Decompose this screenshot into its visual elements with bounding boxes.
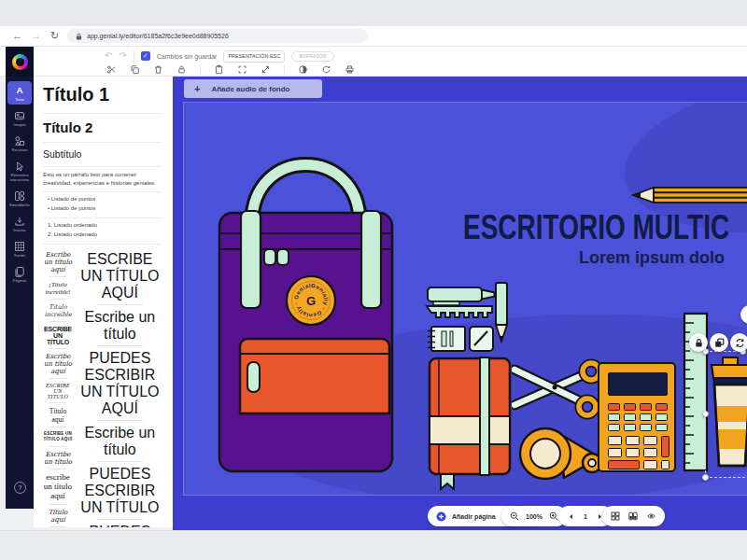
- preview-eye-icon[interactable]: [646, 511, 656, 521]
- cut-icon[interactable]: [106, 64, 117, 75]
- order-element-button[interactable]: [710, 333, 728, 352]
- add-page-label[interactable]: Añadir página: [452, 513, 496, 520]
- text-style-preset[interactable]: PUEDES ESCRIBIR UN TÍTULO: [78, 464, 162, 521]
- calculator-graphic[interactable]: [598, 362, 676, 472]
- sidebar-item-insertar[interactable]: Insertar: [7, 212, 32, 235]
- text-style-preset[interactable]: Escribe un título: [78, 307, 162, 347]
- text-style-preset[interactable]: ESCRIBE UN TÍTULO AQUÍ: [43, 429, 73, 448]
- autosave-checkbox[interactable]: ✓: [141, 51, 150, 61]
- text-style-grid: Escribe un título aquí¡Título increíble!…: [43, 245, 161, 527]
- marker-graphic: [428, 287, 482, 301]
- slide-title-text[interactable]: ESCRITORIO MULTIC: [463, 207, 729, 246]
- text-style-preset[interactable]: Escribe un título: [43, 449, 73, 470]
- text-style-preset[interactable]: Título aquí: [43, 507, 73, 527]
- text-style-label: ESCRIBE UN TÍTULO: [43, 383, 73, 399]
- text-style-preset[interactable]: ESCRIBE UN TÍTULO: [43, 324, 73, 350]
- selection-box[interactable]: [705, 351, 747, 478]
- duplicate-icon[interactable]: [130, 64, 140, 75]
- ruler-small-graphic: [427, 306, 492, 317]
- pages-icon: [14, 266, 25, 277]
- selection-handle-bottom-left[interactable]: [702, 474, 709, 481]
- bullet-list-item[interactable]: Listado de puntos: [43, 204, 161, 214]
- sidebar-item-paginas[interactable]: Páginas: [7, 262, 32, 286]
- badge-letter: G: [306, 294, 316, 308]
- project-title-input[interactable]: [223, 50, 285, 63]
- undo-icon[interactable]: ↶: [105, 51, 112, 61]
- browser-refresh-icon[interactable]: ↻: [49, 31, 61, 41]
- sidebar-item-elementos-interactivos[interactable]: Elementos interactivos: [7, 157, 32, 185]
- preset-title2[interactable]: Título 2: [43, 114, 161, 143]
- preset-subtitle[interactable]: Subtítulo: [43, 143, 161, 167]
- more-options-button[interactable]: [740, 305, 747, 324]
- pencil-graphic[interactable]: [631, 185, 747, 205]
- view-options-pill: [602, 506, 665, 526]
- resize-icon[interactable]: [261, 64, 271, 75]
- help-button[interactable]: ?: [14, 482, 26, 494]
- sidebar-item-imagen[interactable]: Imagen: [7, 106, 32, 130]
- text-style-preset[interactable]: ¡Título increíble!: [43, 279, 73, 301]
- editor-canvas[interactable]: + Añade audio de fondo ESCRITORIO MULTIC…: [173, 77, 747, 530]
- scissors-graphic[interactable]: [512, 357, 611, 427]
- ordered-list-item[interactable]: 2. Listado ordenado: [43, 231, 161, 240]
- preset-paragraph[interactable]: Esto es un párrafo listo para contener c…: [43, 167, 161, 192]
- tape-dispenser-graphic[interactable]: [512, 422, 605, 485]
- text-style-preset[interactable]: Escribe un título aquí: [43, 351, 73, 380]
- url-text: app.genial.ly/editor/6185a2f6c3e9ee0d889…: [87, 33, 229, 39]
- desktop-bottom-margin: [0, 530, 747, 560]
- text-style-preset[interactable]: PUEDES ESCRIBIR UN TÍTULO: [78, 522, 162, 527]
- genially-logo-icon: [12, 54, 28, 70]
- sidebar-item-smartblocks[interactable]: Smartblocks: [7, 187, 32, 210]
- add-page-plus-icon[interactable]: [436, 511, 446, 522]
- stationery-cluster-graphic[interactable]: [420, 278, 514, 357]
- text-style-preset[interactable]: Escribe un título aquí: [43, 249, 73, 278]
- text-style-label: ESCRIBE UN TÍTULO AQUÍ: [78, 251, 162, 301]
- text-style-preset[interactable]: ESCRIBE UN TÍTULO: [43, 381, 73, 404]
- text-style-preset[interactable]: PUEDES ESCRIBIR UN TÍTULO AQUÍ: [78, 348, 162, 422]
- browser-back-icon[interactable]: ←: [11, 31, 23, 41]
- genially-logo[interactable]: [6, 47, 34, 77]
- grid-view-icon[interactable]: [611, 511, 620, 521]
- text-style-preset[interactable]: escribe un título aquí: [43, 471, 73, 506]
- previous-page-icon[interactable]: [567, 512, 575, 521]
- lock-icon[interactable]: [176, 64, 187, 75]
- delete-icon[interactable]: [153, 64, 163, 75]
- selection-handle-mid-left[interactable]: [702, 411, 709, 417]
- text-style-label: ¡Título increíble!: [43, 281, 73, 296]
- preset-title1[interactable]: Título 1: [43, 82, 161, 114]
- genially-editor-screenshot: ← → ↻ app.genial.ly/editor/6185a2f6c3e9e…: [0, 0, 747, 560]
- sidebar-item-fondo[interactable]: Fondo: [7, 237, 32, 260]
- rotate-icon[interactable]: [321, 64, 331, 75]
- slide[interactable]: ESCRITORIO MULTIC Lorem ipsum dolo: [184, 103, 747, 495]
- redo-icon[interactable]: ↷: [119, 51, 126, 61]
- sidebar-item-texto[interactable]: A Texto: [7, 81, 32, 105]
- sidebar-item-recursos[interactable]: Recursos: [7, 132, 32, 155]
- address-bar[interactable]: app.genial.ly/editor/6185a2f6c3e9ee0d889…: [67, 29, 368, 43]
- current-page-number[interactable]: 1: [584, 513, 587, 520]
- draft-status-badge[interactable]: BORRADOR: [291, 51, 333, 62]
- zoom-out-icon[interactable]: [510, 511, 519, 521]
- add-audio-button[interactable]: + Añade audio de fondo: [184, 79, 322, 98]
- notebook-graphic[interactable]: [428, 357, 514, 493]
- fullscreen-icon[interactable]: [237, 64, 247, 75]
- pages-view-icon[interactable]: [628, 511, 638, 521]
- print-icon[interactable]: [345, 64, 355, 75]
- zoom-in-icon[interactable]: [549, 511, 558, 521]
- contrast-icon[interactable]: [298, 64, 308, 75]
- bullet-list-item[interactable]: Listado de puntos: [43, 195, 161, 204]
- preset-bullet-list: Listado de puntosListado de puntos: [43, 192, 161, 218]
- text-style-label: Título increíble: [43, 303, 73, 318]
- text-style-label: Título aquí: [43, 407, 73, 424]
- backpack-graphic[interactable]: Genially · Genially · Genially G: [210, 129, 402, 481]
- browser-forward-icon[interactable]: →: [30, 31, 42, 41]
- clipboard-icon[interactable]: [214, 64, 224, 75]
- slide-subtitle-text[interactable]: Lorem ipsum dolo: [579, 248, 725, 268]
- lock-element-button[interactable]: [689, 333, 708, 352]
- text-style-preset[interactable]: Título increíble: [43, 301, 73, 323]
- divider: [200, 64, 201, 74]
- replace-element-button[interactable]: [730, 333, 747, 352]
- header-row-icons: [106, 63, 355, 75]
- text-style-preset[interactable]: Título aquí: [43, 405, 73, 428]
- text-style-preset[interactable]: Escribe un título: [78, 423, 162, 463]
- text-style-preset[interactable]: ESCRIBE UN TÍTULO AQUÍ: [78, 249, 162, 306]
- ordered-list-item[interactable]: 1. Listado ordenado: [43, 221, 161, 231]
